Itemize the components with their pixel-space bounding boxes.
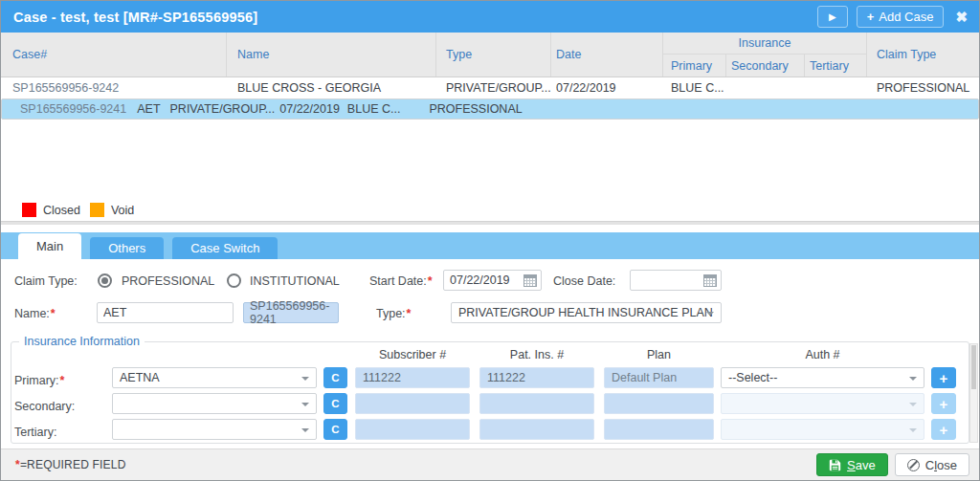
case-grid-header: Case# Name Type Date Insurance Primary S… (1, 33, 979, 77)
dialog-footer: *=REQUIRED FIELD Save Close (1, 448, 979, 480)
secondary-label: Secondary: (14, 396, 75, 417)
cell-case-number: SP165569956-9241 (9, 102, 126, 116)
tertiary-carrier-select[interactable] (112, 419, 317, 440)
cell-claim-type: PROFESSIONAL (419, 102, 522, 116)
cell-type: PRIVATE/GROUP... (161, 102, 276, 116)
close-button[interactable]: Close (895, 453, 969, 476)
close-dialog-icon[interactable]: ✖ (955, 9, 968, 26)
radio-institutional[interactable] (227, 273, 241, 288)
cancel-circle-icon (907, 459, 920, 471)
table-row-selected[interactable]: SP165569956-9241 AET PRIVATE/GROUP... 07… (1, 98, 979, 120)
tab-case-switch[interactable]: Case Switch (172, 237, 278, 259)
calendar-icon[interactable] (523, 274, 537, 287)
tertiary-add-auth-button: + (931, 419, 956, 440)
save-label: Save (847, 458, 876, 472)
column-header-name[interactable]: Name (227, 33, 436, 77)
save-button[interactable]: Save (816, 453, 888, 476)
subscriber-column-header: Subscriber # (355, 348, 470, 362)
column-header-primary[interactable]: Primary (663, 55, 726, 77)
calendar-icon[interactable] (703, 274, 717, 287)
cell-primary: BLUE C... (663, 81, 726, 95)
insurance-scrollbar[interactable] (969, 343, 978, 443)
plus-icon: + (867, 10, 875, 24)
closed-color-swatch (22, 203, 36, 217)
name-input[interactable] (97, 302, 234, 323)
scrollbar-thumb[interactable] (971, 345, 976, 389)
cell-claim-type: PROFESSIONAL (867, 81, 979, 95)
cell-date: 07/22/2019 (551, 81, 663, 95)
cell-type: PRIVATE/GROUP... (436, 81, 551, 95)
claim-type-label: Claim Type: (14, 271, 78, 292)
required-field-note: *=REQUIRED FIELD (14, 458, 126, 471)
close-date-field-wrap (630, 270, 722, 291)
cell-name: BLUE CROSS - GEORGIA (227, 81, 436, 95)
tab-main[interactable]: Main (18, 233, 81, 259)
tertiary-auth-select (721, 419, 924, 440)
radio-professional-label: PROFESSIONAL (122, 271, 214, 292)
type-label: Type:* (376, 303, 411, 324)
chevron-down-icon (706, 312, 714, 316)
primary-carrier-c-button[interactable]: C (323, 367, 347, 388)
panel-divider (1, 221, 979, 225)
void-color-swatch (90, 203, 104, 217)
start-date-field-wrap (443, 270, 542, 291)
radio-professional[interactable] (98, 273, 112, 288)
cell-date: 07/22/2019 (275, 102, 340, 116)
save-floppy-icon (829, 459, 841, 471)
chevron-down-icon (301, 377, 309, 381)
secondary-carrier-c-button[interactable]: C (323, 393, 347, 414)
tertiary-carrier-c-button[interactable]: C (323, 419, 347, 440)
tertiary-pat-ins-field (479, 419, 594, 440)
start-date-label: Start Date:* (369, 271, 433, 292)
close-label: Close (925, 458, 957, 472)
tertiary-plan-field (604, 419, 714, 440)
chevron-down-icon (301, 428, 309, 432)
auth-column-header: Auth # (721, 348, 924, 362)
column-header-case[interactable]: Case# (1, 33, 227, 77)
tab-strip: Main Others Case Switch (1, 232, 979, 259)
primary-auth-select[interactable]: --Select-- (721, 367, 924, 388)
cell-name: AET (126, 102, 160, 116)
type-select[interactable]: PRIVATE/GROUP HEALTH INSURANCE PLAN (451, 302, 722, 323)
case-dialog: Case - test, test [MR#-SP165569956] ▶ + … (0, 0, 980, 481)
column-header-secondary[interactable]: Secondary (726, 55, 805, 77)
table-row[interactable]: SP165569956-9242 BLUE CROSS - GEORGIA PR… (1, 77, 979, 98)
required-marker: * (60, 374, 65, 387)
plan-column-header: Plan (604, 348, 714, 362)
primary-pat-ins-field[interactable]: 111222 (479, 367, 594, 388)
name-label: Name:* (14, 303, 56, 324)
column-header-date[interactable]: Date (551, 33, 663, 77)
tab-others[interactable]: Others (90, 237, 164, 259)
primary-carrier-select[interactable]: AETNA (112, 367, 317, 388)
chevron-down-icon (909, 403, 917, 406)
play-icon: ▶ (829, 11, 836, 22)
primary-add-auth-button[interactable]: + (931, 367, 956, 388)
title-bar: Case - test, test [MR#-SP165569956] ▶ + … (1, 1, 979, 33)
type-select-value: PRIVATE/GROUP HEALTH INSURANCE PLAN (458, 306, 713, 319)
required-marker: * (407, 307, 412, 320)
case-number-readonly-field: SP165569956-9241 (243, 302, 339, 323)
add-case-button[interactable]: + Add Case (857, 6, 945, 28)
primary-carrier-value: AETNA (120, 371, 160, 384)
column-header-claim-type[interactable]: Claim Type (867, 33, 979, 77)
primary-plan-field[interactable]: Default Plan (604, 367, 714, 388)
column-header-tertiary[interactable]: Tertiary (805, 55, 867, 77)
secondary-carrier-select[interactable] (112, 393, 317, 414)
cell-primary: BLUE C... (340, 102, 401, 116)
primary-subscriber-field[interactable]: 111222 (355, 367, 470, 388)
chevron-down-icon (909, 428, 917, 432)
secondary-subscriber-field (355, 393, 470, 414)
add-case-label: Add Case (879, 10, 933, 24)
closed-legend-label: Closed (43, 204, 80, 217)
pat-ins-column-header: Pat. Ins. # (479, 348, 594, 362)
primary-label: Primary:* (14, 370, 64, 391)
radio-institutional-label: INSTITUTIONAL (250, 271, 340, 292)
footer-buttons: Save Close (816, 453, 969, 476)
play-button[interactable]: ▶ (817, 6, 848, 28)
dialog-title: Case - test, test [MR#-SP165569956] (13, 10, 257, 25)
insurance-section-title: Insurance Information (19, 335, 145, 348)
column-header-type[interactable]: Type (436, 33, 551, 77)
secondary-add-auth-button: + (931, 393, 956, 414)
chevron-down-icon (301, 403, 309, 406)
title-bar-actions: ▶ + Add Case ✖ (817, 6, 968, 28)
